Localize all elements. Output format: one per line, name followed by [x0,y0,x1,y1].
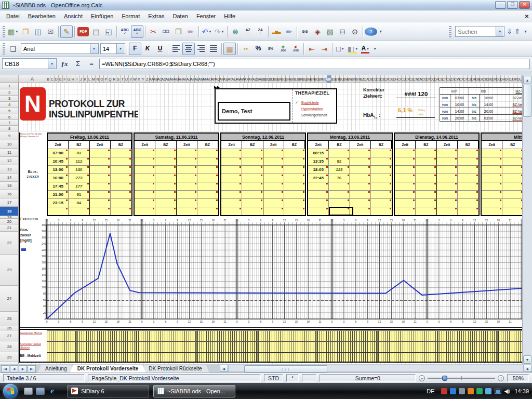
bz-cell[interactable] [69,207,89,215]
bz-cell[interactable] [329,182,350,190]
font-name-box[interactable]: ▼ [21,43,99,54]
row-header-28[interactable]: 28 [0,341,19,352]
zeit-cell[interactable] [221,198,242,207]
sort-ascending-icon[interactable]: AZ↓ [242,25,254,38]
add-decimal-icon[interactable]: ✚.000 [277,43,289,55]
formula-input[interactable] [99,59,530,69]
zeit-cell[interactable] [263,190,284,198]
bz-cell[interactable] [111,182,131,190]
equals-icon[interactable]: = [86,59,97,69]
zeit-cell[interactable] [177,149,197,157]
zeit-cell[interactable] [177,174,197,182]
zeit-cell[interactable] [395,190,416,198]
bold-icon[interactable]: F [129,43,141,55]
scroll-left-icon[interactable]: ◀ [220,365,228,372]
bz-veraend-link[interactable]: BZ-Veränd [498,95,523,101]
horizontal-scroll-track[interactable]: ❘❘❘ [228,365,524,372]
zeit-cell[interactable] [482,182,502,190]
help-icon[interactable]: ? [365,28,377,36]
bz-cell[interactable] [111,149,131,157]
column-header-A[interactable]: A [19,75,46,83]
zeit-cell[interactable] [350,157,371,165]
tray-display-icon[interactable] [476,388,483,394]
bz-cell[interactable] [416,165,436,174]
zeit-cell[interactable] [395,174,416,182]
find-replace-icon[interactable]: ⊙⊙ [299,25,311,38]
sheet-body[interactable]: N PROTOKOLL ZUR INSULINPUMPENTHERAPIE Si… [19,83,522,364]
bz-cell[interactable] [371,174,392,182]
zeit-cell[interactable] [48,207,69,215]
bz-cell[interactable] [458,165,478,174]
autospellcheck-icon[interactable]: ABC≈ [131,25,143,38]
first-sheet-icon[interactable]: |◀ [1,365,9,373]
scroll-right-icon[interactable]: ▶ [524,365,532,372]
previous-sheet-icon[interactable]: ◀ [10,365,18,373]
row-header-12[interactable]: 12 [0,157,19,165]
zeit-cell[interactable] [437,182,458,190]
bz-cell[interactable] [111,165,131,174]
column-header-X[interactable]: X [137,75,141,83]
zeit-cell[interactable] [395,157,416,165]
zeit-cell[interactable] [90,207,111,215]
bz-cell[interactable] [197,190,218,198]
gallery-icon[interactable]: ▧ [324,25,336,38]
zeit-cell[interactable] [177,190,197,198]
zeit-cell[interactable]: 10:45 [48,157,69,165]
spellcheck-icon[interactable]: ABC✓ [118,25,131,38]
bz-cell[interactable] [155,174,176,182]
start-button[interactable] [3,384,18,398]
page-preview-icon[interactable]: ◱ [102,25,115,38]
format-paintbrush-icon[interactable]: ✏ [184,25,197,38]
zeit-cell[interactable] [135,207,155,215]
zeit-cell[interactable] [135,165,155,174]
zoom-in-icon[interactable]: + [498,375,504,381]
zeit-cell[interactable] [135,174,155,182]
bz-cell[interactable] [197,149,218,157]
zeit-cell[interactable] [308,182,329,190]
internet-explorer-icon[interactable]: e [48,388,57,395]
zeit-cell[interactable] [263,198,284,207]
zeit-cell[interactable]: 17:45 [48,182,69,190]
find-overflow-icon[interactable]: ▼ [522,30,529,33]
redo-icon[interactable]: ↷▼ [213,25,225,38]
bz-cell[interactable]: 91 [69,190,89,198]
column-header-B[interactable]: B [46,75,50,83]
zeit-cell[interactable] [395,198,416,207]
tab-dk-protokoll-vorderseite[interactable]: DK Protokoll Vorderseite [70,365,146,373]
save-icon[interactable]: ◫ [32,25,44,38]
bz-cell[interactable] [458,190,478,198]
bz-cell[interactable] [155,182,176,190]
zeit-cell[interactable] [482,174,502,182]
bz-cell[interactable] [155,165,176,174]
bz-cell[interactable] [416,198,436,207]
zeit-cell[interactable] [482,198,502,207]
row-header-14[interactable]: 14 [0,174,19,182]
von-time[interactable]: 20:00 [450,115,469,122]
zeit-cell[interactable] [90,182,111,190]
row-header-1[interactable]: 1 [0,83,19,89]
data-sources-icon[interactable]: ⊟ [336,25,349,38]
column-header-DL[interactable]: DL [517,75,522,83]
zeit-cell[interactable] [350,165,371,174]
column-header-W[interactable]: W [133,75,137,83]
bz-cell[interactable]: 123 [329,165,350,174]
bz-cell[interactable] [197,157,218,165]
column-header-V[interactable]: V [129,75,133,83]
bz-cell[interactable] [458,207,478,215]
menu-einfügen[interactable]: Einfügen [87,10,117,22]
font-size-box[interactable]: ▼ [100,43,125,54]
row-header-21[interactable]: 21 [0,224,19,232]
select-all-corner[interactable] [0,75,19,83]
sum-icon[interactable]: Σ [72,59,84,69]
zeit-cell[interactable] [437,190,458,198]
currency-icon[interactable]: ●● [240,43,252,55]
column-header-K[interactable]: K [84,75,88,83]
column-header-M[interactable]: M [91,75,96,83]
bz-cell[interactable]: 83 [69,149,89,157]
column-header-P[interactable]: P [104,75,108,83]
underline-icon[interactable]: U [154,43,166,55]
bolus-row[interactable] [47,330,522,341]
column-header-T[interactable]: T [121,75,125,83]
zeit-cell[interactable] [437,207,458,215]
restore-button[interactable]: ❐ [507,1,518,9]
